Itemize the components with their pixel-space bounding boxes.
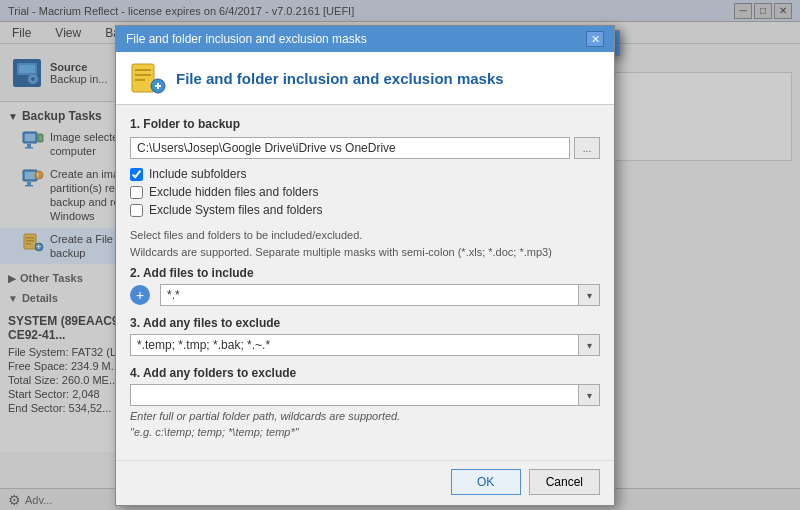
svg-rect-26 — [135, 79, 145, 81]
ok-button[interactable]: OK — [451, 469, 521, 495]
include-files-dropdown-btn[interactable]: ▾ — [578, 284, 600, 306]
cancel-button[interactable]: Cancel — [529, 469, 600, 495]
exclude-folders-row: ▾ — [130, 384, 600, 406]
inclusion-close-btn[interactable]: ✕ — [586, 31, 604, 47]
inclusion-title-text: File and folder inclusion and exclusion … — [126, 32, 367, 46]
exclude-files-row: ▾ — [130, 334, 600, 356]
app-window: Trial - Macrium Reflect - license expire… — [0, 0, 800, 510]
inclusion-title-controls: ✕ — [586, 31, 604, 47]
exclude-hidden-row: Exclude hidden files and folders — [130, 185, 600, 199]
folder-hint2: "e.g. c:\temp; temp; *\temp; temp*" — [130, 426, 600, 438]
section4: 4. Add any folders to exclude ▾ Enter fu… — [130, 366, 600, 438]
svg-rect-24 — [135, 69, 151, 71]
exclude-folders-dropdown-btn[interactable]: ▾ — [578, 384, 600, 406]
exclude-files-input[interactable] — [130, 334, 578, 356]
dialog-footer: OK Cancel — [116, 460, 614, 505]
exclude-system-checkbox[interactable] — [130, 204, 143, 217]
include-subfolders-row: Include subfolders — [130, 167, 600, 181]
section1-label: 1. Folder to backup — [130, 117, 600, 131]
inclusion-header-icon — [130, 60, 166, 96]
browse-button[interactable]: ... — [574, 137, 600, 159]
svg-rect-29 — [157, 83, 159, 89]
exclude-hidden-label: Exclude hidden files and folders — [149, 185, 318, 199]
include-subfolders-checkbox[interactable] — [130, 168, 143, 181]
folder-hint1: Enter full or partial folder path, wildc… — [130, 410, 600, 422]
inclusion-dialog: File and folder inclusion and exclusion … — [115, 25, 615, 506]
section4-label: 4. Add any folders to exclude — [130, 366, 600, 380]
include-subfolders-label: Include subfolders — [149, 167, 246, 181]
section2: 2. Add files to include + ▾ — [130, 266, 600, 306]
info-text-line2: Wildcards are supported. Separate multip… — [130, 244, 600, 261]
exclude-system-label: Exclude System files and folders — [149, 203, 322, 217]
svg-rect-25 — [135, 74, 151, 76]
inclusion-header-title: File and folder inclusion and exclusion … — [176, 70, 504, 87]
inclusion-title-bar: File and folder inclusion and exclusion … — [116, 26, 614, 52]
folder-path-row: ... — [130, 137, 600, 159]
svg-rect-23 — [132, 64, 154, 92]
info-text: Select files and folders to be included/… — [130, 227, 600, 260]
inclusion-header: File and folder inclusion and exclusion … — [116, 52, 614, 105]
exclude-system-row: Exclude System files and folders — [130, 203, 600, 217]
include-files-input[interactable] — [160, 284, 578, 306]
exclude-hidden-checkbox[interactable] — [130, 186, 143, 199]
folder-path-input[interactable] — [130, 137, 570, 159]
info-text-line1: Select files and folders to be included/… — [130, 227, 600, 244]
exclude-files-dropdown-btn[interactable]: ▾ — [578, 334, 600, 356]
section2-label: 2. Add files to include — [130, 266, 600, 280]
section3: 3. Add any files to exclude ▾ — [130, 316, 600, 356]
inclusion-body: 1. Folder to backup ... Include subfolde… — [116, 105, 614, 460]
exclude-folders-input[interactable] — [130, 384, 578, 406]
section3-label: 3. Add any files to exclude — [130, 316, 600, 330]
add-include-button[interactable]: + — [130, 285, 150, 305]
